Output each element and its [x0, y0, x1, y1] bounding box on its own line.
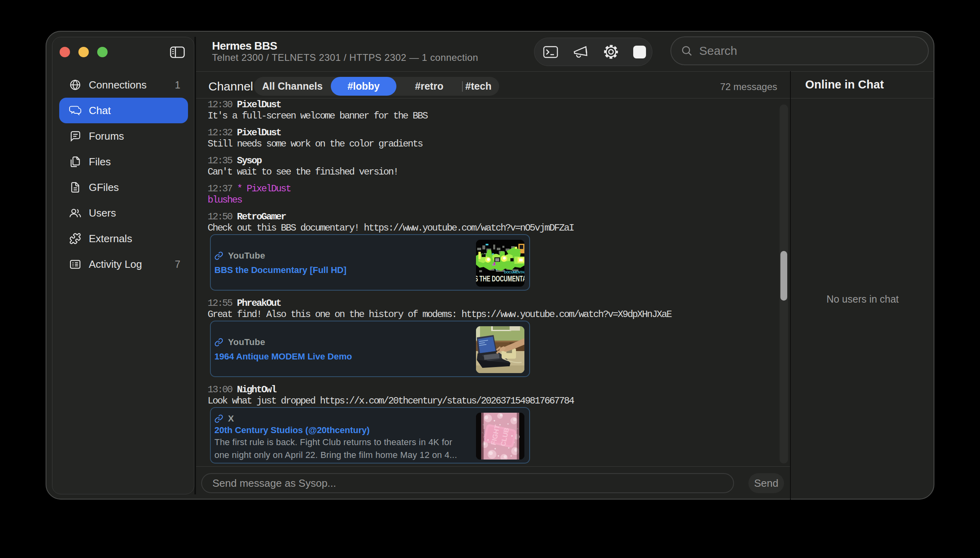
svg-text:S THE DOCUMENTA: S THE DOCUMENTA	[476, 274, 524, 283]
svg-text:IFC FILMS: IFC FILMS	[482, 429, 485, 441]
